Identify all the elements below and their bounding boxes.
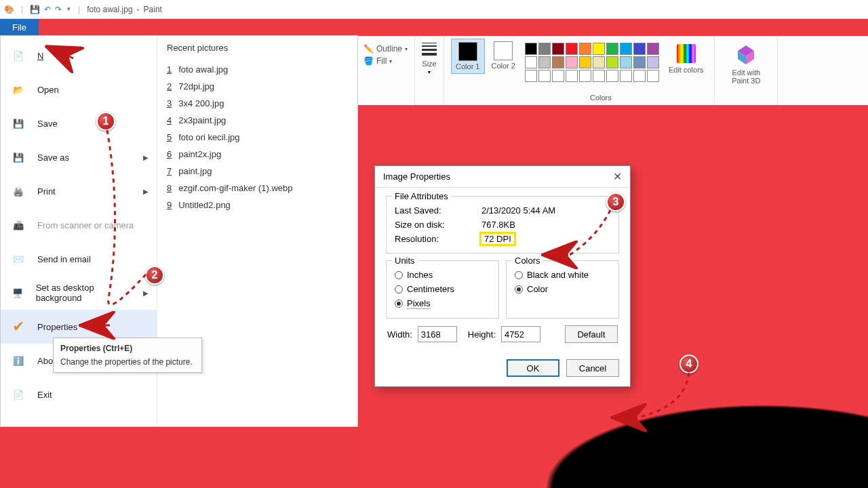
undo-icon[interactable]: ↶	[44, 5, 51, 14]
palette-swatch[interactable]	[593, 43, 605, 55]
recent-item[interactable]: 1foto awal.jpg	[167, 61, 348, 78]
palette-swatch[interactable]	[579, 70, 591, 82]
height-label: Height:	[468, 329, 496, 340]
palette-swatch[interactable]	[593, 70, 605, 82]
palette-swatch[interactable]	[538, 56, 551, 68]
fill-dropdown[interactable]: 🪣 Fill ▾	[363, 56, 408, 66]
rainbow-icon	[677, 44, 696, 63]
exit-icon: 📄	[9, 385, 28, 404]
height-input[interactable]	[501, 326, 540, 342]
menu-open[interactable]: 📂Open	[1, 73, 157, 106]
save-icon[interactable]: 💾	[30, 5, 40, 14]
edit-colors-button[interactable]: Edit colors	[665, 39, 707, 77]
app-name: Paint	[144, 5, 162, 14]
desktop-icon: 🖥️	[9, 283, 26, 302]
close-icon[interactable]: ✕	[613, 170, 622, 183]
info-icon: ℹ️	[9, 351, 28, 370]
email-icon: ✉️	[9, 249, 28, 268]
default-button[interactable]: Default	[565, 325, 618, 343]
redo-icon[interactable]: ↷	[55, 5, 62, 14]
palette-swatch[interactable]	[647, 56, 659, 68]
palette-swatch[interactable]	[552, 56, 564, 68]
save-icon: 💾	[9, 114, 28, 133]
palette-swatch[interactable]	[620, 43, 632, 55]
palette-swatch[interactable]	[525, 70, 537, 82]
chevron-right-icon: ▶	[143, 188, 149, 195]
palette-swatch[interactable]	[525, 56, 537, 68]
last-saved-value: 2/13/2020 5:44 AM	[481, 205, 555, 216]
scanner-icon: 📠	[9, 216, 28, 235]
recent-item[interactable]: 33x4 200.jpg	[167, 95, 348, 112]
palette-swatch[interactable]	[606, 43, 618, 55]
size-button[interactable]: Size ▾	[422, 39, 437, 75]
file-tab[interactable]: File	[0, 19, 39, 36]
palette-swatch[interactable]	[538, 43, 551, 55]
ok-button[interactable]: OK	[507, 359, 559, 377]
menu-setbg[interactable]: 🖥️Set as desktop background▶	[1, 276, 157, 310]
color2-button[interactable]: Color 2	[488, 39, 519, 73]
title-bar: 🎨 | 💾 ↶ ↷ ▼ | foto awal.jpg - Paint	[0, 0, 868, 19]
dialog-title: Image Properties	[383, 171, 450, 182]
colors-label: Colors	[512, 256, 543, 266]
recent-item[interactable]: 42x3paint.jpg	[167, 112, 348, 129]
radio-color[interactable]: Color	[515, 282, 610, 296]
palette-swatch[interactable]	[552, 43, 564, 55]
recent-item[interactable]: 8ezgif.com-gif-maker (1).webp	[167, 180, 348, 197]
window-filename: foto awal.jpg	[87, 5, 132, 14]
step-badge-4: 4	[679, 354, 698, 373]
customize-icon[interactable]: ▼	[66, 6, 71, 12]
menu-save[interactable]: 💾Save	[1, 106, 157, 140]
palette-swatch[interactable]	[579, 56, 591, 68]
outline-dropdown[interactable]: ✏️ Outline ▾	[363, 44, 408, 54]
palette-swatch[interactable]	[538, 70, 551, 82]
palette-swatch[interactable]	[566, 70, 578, 82]
palette-swatch[interactable]	[633, 70, 646, 82]
palette-swatch[interactable]	[552, 70, 564, 82]
resolution-value: 72 DPI	[481, 234, 514, 244]
palette-swatch[interactable]	[606, 70, 618, 82]
recent-item[interactable]: 7paint.jpg	[167, 163, 348, 180]
step-badge-2: 2	[145, 266, 164, 285]
colors-group-label: Colors	[590, 94, 612, 102]
shapes-options: ✏️ Outline ▾ 🪣 Fill ▾	[363, 39, 408, 66]
palette-swatch[interactable]	[606, 56, 618, 68]
palette-swatch[interactable]	[620, 70, 632, 82]
width-input[interactable]	[418, 326, 457, 342]
chevron-right-icon: ▶	[143, 289, 149, 297]
palette-swatch[interactable]	[647, 43, 659, 55]
recent-item[interactable]: 9Untitled2.png	[167, 197, 348, 214]
size-on-disk-value: 767.8KB	[481, 220, 515, 230]
image-content	[515, 393, 868, 488]
palette-swatch[interactable]	[633, 56, 646, 68]
recent-item[interactable]: 272dpi.jpg	[167, 78, 348, 95]
radio-centimeters[interactable]: Centimeters	[395, 282, 490, 296]
color-palette[interactable]	[522, 39, 662, 86]
palette-swatch[interactable]	[525, 43, 537, 55]
palette-swatch[interactable]	[633, 43, 646, 55]
menu-saveas[interactable]: 💾Save as▶	[1, 140, 157, 174]
palette-swatch[interactable]	[579, 43, 591, 55]
palette-swatch[interactable]	[566, 56, 578, 68]
radio-inches[interactable]: Inches	[395, 268, 490, 282]
recent-item[interactable]: 5foto ori kecil.jpg	[167, 129, 348, 146]
recent-item[interactable]: 6paint2x.jpg	[167, 146, 348, 163]
step-badge-1: 1	[96, 112, 115, 131]
menu-email[interactable]: ✉️Send in email	[1, 242, 157, 276]
palette-swatch[interactable]	[593, 56, 605, 68]
menu-scanner: 📠From scanner or camera	[1, 208, 157, 242]
palette-swatch[interactable]	[620, 56, 632, 68]
menu-exit[interactable]: 📄Exit	[1, 378, 157, 411]
image-properties-dialog: Image Properties ✕ File Attributes Last …	[374, 165, 631, 387]
menu-new[interactable]: 📄N	[1, 39, 157, 73]
recent-title: Recent pictures	[167, 43, 348, 53]
menu-print[interactable]: 🖨️Print▶	[1, 174, 157, 208]
palette-swatch[interactable]	[647, 70, 659, 82]
new-icon: 📄	[9, 46, 28, 65]
palette-swatch[interactable]	[566, 43, 578, 55]
radio-bw[interactable]: Black and white	[515, 268, 610, 282]
color1-button[interactable]: Color 1	[451, 39, 484, 74]
cancel-button[interactable]: Cancel	[566, 359, 619, 377]
radio-pixels[interactable]: Pixels	[395, 296, 490, 311]
saveas-icon: 💾	[9, 148, 28, 167]
paint3d-button[interactable]: Edit with Paint 3D	[722, 39, 770, 87]
